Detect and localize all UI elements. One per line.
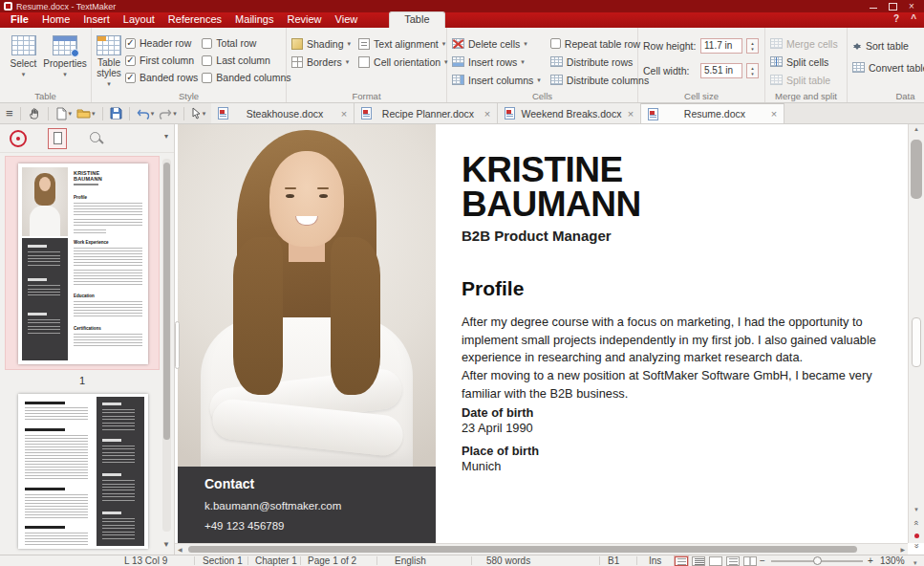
sidebar-scrollbar-thumb[interactable] (163, 163, 170, 440)
close-window-button[interactable]: × (907, 2, 916, 11)
page-1-thumbnail[interactable]: KRISTINE BAUMANN Profile Work Experience… (5, 156, 160, 370)
select-mode-button[interactable]: ▾ (191, 107, 206, 120)
tab-resume[interactable]: Resume.docx × (641, 103, 784, 123)
banded-rows-checkbox[interactable]: ✓ Banded rows (125, 69, 198, 86)
close-tab-icon[interactable]: × (341, 108, 347, 120)
maximize-button[interactable] (888, 2, 897, 11)
vertical-scrollbar[interactable]: ▲ ▼ « « (908, 124, 924, 543)
checkbox[interactable]: ✓ (125, 38, 136, 49)
collapse-ribbon-button[interactable]: ^ (911, 13, 916, 24)
spin-down-icon[interactable]: ▾ (751, 71, 754, 76)
menu-layout[interactable]: Layout (117, 12, 161, 28)
insert-mode-indicator[interactable]: Ins (649, 555, 661, 566)
page-thumbnails-icon[interactable] (48, 128, 67, 149)
checkbox[interactable]: ✓ (550, 38, 561, 49)
view-normal-icon[interactable] (675, 556, 688, 566)
view-master-icon[interactable] (726, 556, 740, 566)
scroll-left-icon[interactable]: ◀ (178, 546, 183, 553)
chevron-down-icon[interactable]: ▾ (92, 111, 96, 116)
horizontal-scrollbar-thumb[interactable] (188, 546, 857, 553)
sidebar-options-dropdown[interactable]: ▾ (164, 132, 168, 141)
convert-table-to-text-button[interactable]: Convert table to text (852, 60, 924, 75)
horizontal-scrollbar[interactable]: ◀ ▶ (175, 543, 908, 555)
checkbox[interactable]: ✓ (202, 73, 212, 83)
tab-weekend-breaks[interactable]: Weekend Breaks.docx × (498, 103, 641, 123)
banded-columns-checkbox[interactable]: ✓ Banded columns (202, 69, 290, 86)
chevron-down-icon[interactable]: ▾ (203, 111, 206, 116)
header-row-checkbox[interactable]: ✓ Header row (125, 34, 198, 52)
sidebar-splitter-handle[interactable] (175, 321, 180, 369)
repeat-table-row-checkbox[interactable]: ✓ Repeat table row (550, 36, 649, 51)
distribute-columns-button[interactable]: Distribute columns (550, 73, 649, 87)
sidebar-menu-button[interactable]: ≡ (6, 107, 13, 120)
text-alignment-button[interactable]: Text alignment ▾ (358, 36, 448, 51)
minimize-button[interactable] (869, 2, 878, 11)
row-height-input[interactable] (700, 38, 742, 54)
select-button[interactable]: Select ▾ (5, 33, 42, 76)
table-styles-button[interactable]: Table styles ▾ (97, 33, 121, 86)
window-splitter-handle[interactable] (912, 317, 921, 367)
scroll-down-icon[interactable]: ▼ (909, 507, 924, 512)
tab-steakhouse[interactable]: Steakhouse.docx × (211, 103, 355, 123)
navigator-icon[interactable] (10, 130, 27, 147)
zoom-options-dropdown[interactable]: ▾ (913, 557, 917, 566)
menu-file[interactable]: File (4, 12, 35, 28)
zoom-out-button[interactable]: − (760, 555, 765, 566)
split-cells-button[interactable]: Split cells (770, 54, 842, 69)
view-page-icon[interactable] (709, 556, 722, 566)
view-book-icon[interactable] (743, 556, 757, 566)
search-icon[interactable] (88, 130, 105, 147)
sort-table-button[interactable]: Sort table (852, 38, 924, 53)
checkbox[interactable]: ✓ (125, 55, 136, 66)
menu-home[interactable]: Home (35, 12, 76, 28)
section-indicator[interactable]: Section 1 (203, 555, 243, 566)
menu-references[interactable]: References (161, 12, 228, 28)
sidebar-scroll-down-icon[interactable]: ▼ (162, 540, 170, 549)
next-page-icon[interactable]: « (912, 538, 921, 554)
scroll-right-icon[interactable]: ▶ (900, 546, 905, 553)
insert-rows-button[interactable]: Insert rows ▾ (452, 54, 541, 69)
delete-cells-button[interactable]: Delete cells ▾ (452, 36, 541, 51)
page-2-thumbnail[interactable] (18, 394, 148, 549)
menu-view[interactable]: View (329, 12, 365, 28)
undo-button[interactable]: ▾ (137, 108, 155, 120)
cell-width-stepper[interactable]: ▴ ▾ (746, 63, 759, 78)
tab-table-context[interactable]: Table (389, 11, 444, 28)
chevron-down-icon[interactable]: ▾ (151, 111, 155, 116)
language-indicator[interactable]: English (395, 555, 426, 566)
document-canvas[interactable]: Contact k.baumann@softmaker.com +49 123 … (175, 124, 924, 555)
scroll-up-icon[interactable]: ▲ (909, 126, 924, 132)
previous-page-icon[interactable]: « (912, 515, 921, 531)
shading-button[interactable]: Shading ▾ (291, 36, 351, 51)
total-row-checkbox[interactable]: ✓ Total row (202, 34, 290, 52)
sidebar-scrollbar[interactable] (162, 159, 171, 532)
borders-button[interactable]: Borders ▾ (291, 54, 351, 69)
row-height-stepper[interactable]: ▴ ▾ (746, 38, 759, 54)
cell-reference[interactable]: B1 (608, 555, 619, 566)
tab-recipe-planner[interactable]: Recipe Planner.docx × (355, 103, 498, 123)
close-tab-icon[interactable]: × (628, 108, 634, 120)
zoom-in-button[interactable]: + (868, 555, 873, 566)
checkbox[interactable]: ✓ (202, 55, 212, 66)
new-document-button[interactable]: ▾ (55, 107, 73, 120)
chevron-down-icon[interactable]: ▾ (69, 111, 73, 116)
word-count[interactable]: 580 words (486, 555, 530, 566)
insert-columns-button[interactable]: Insert columns ▾ (452, 73, 541, 87)
properties-button[interactable]: Properties ▾ (44, 33, 86, 76)
zoom-level[interactable]: 130% (880, 555, 905, 566)
menu-review[interactable]: Review (280, 12, 328, 28)
save-button[interactable] (110, 107, 122, 120)
first-column-checkbox[interactable]: ✓ First column (125, 52, 198, 69)
distribute-rows-button[interactable]: Distribute rows (550, 54, 649, 69)
cell-orientation-button[interactable]: Cell orientation ▾ (358, 54, 448, 69)
menu-mailings[interactable]: Mailings (228, 12, 280, 28)
zoom-slider-handle[interactable] (813, 556, 822, 565)
cell-width-input[interactable] (700, 63, 742, 78)
menu-insert[interactable]: Insert (76, 12, 117, 28)
chapter-indicator[interactable]: Chapter 1 (255, 555, 297, 566)
redo-button[interactable]: ▾ (159, 108, 177, 120)
cursor-position[interactable]: L 13 Col 9 (124, 555, 167, 566)
view-continuous-icon[interactable] (692, 556, 705, 566)
checkbox[interactable]: ✓ (202, 38, 212, 49)
close-tab-icon[interactable]: × (771, 108, 777, 120)
